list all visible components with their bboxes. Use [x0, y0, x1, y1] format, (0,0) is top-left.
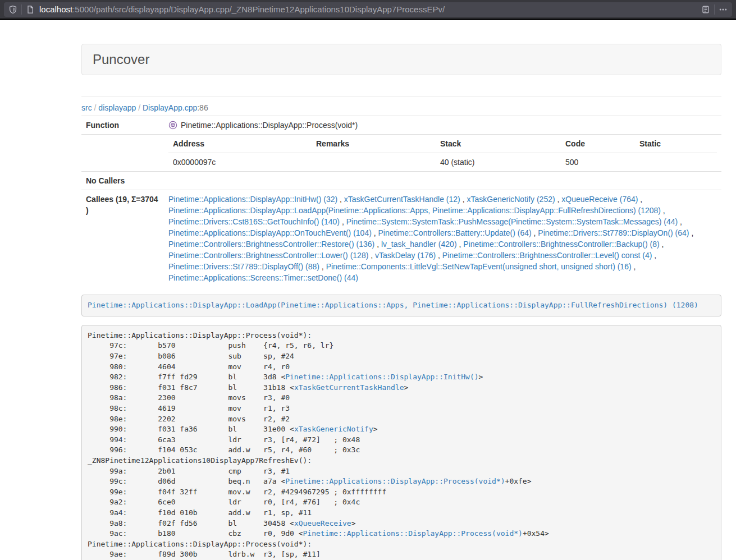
code-line: 99a: 2b01 cmp r3, #1: [88, 466, 715, 477]
callee-link[interactable]: Pinetime::System::SystemTask::PushMessag…: [346, 217, 678, 226]
symbol-link[interactable]: xTaskGenericNotify: [294, 425, 373, 433]
caller-banner-link[interactable]: Pinetime::Applications::DisplayApp::Load…: [88, 301, 698, 309]
col-header-address: Address: [168, 135, 312, 153]
code-line: 980: 4604 mov r4, r0: [88, 362, 715, 373]
code-line: 97e: b086 sub sp, #24: [88, 351, 715, 362]
page-title-panel: Puncover: [81, 44, 721, 75]
callee-link[interactable]: Pinetime::Applications::DisplayApp::Init…: [168, 195, 337, 204]
disassembly-panel: Pinetime::Applications::DisplayApp::Proc…: [81, 325, 721, 560]
callee-link[interactable]: Pinetime::Controllers::BrightnessControl…: [168, 240, 374, 249]
code-line: 98e: 2202 movs r2, #2: [88, 414, 715, 425]
code-line: 99c: d06d beq.n a7a <Pinetime::Applicati…: [88, 476, 715, 487]
table-row: 0x0000097c 40 (static) 500: [168, 153, 717, 172]
col-header-code: Code: [561, 135, 635, 153]
disassembly-code: Pinetime::Applications::DisplayApp::Proc…: [88, 331, 715, 560]
page-title: Puncover: [93, 52, 710, 67]
code-line: 9a8: f02f fd56 bl 30458 <xQueueReceive>: [88, 518, 715, 529]
col-header-static: Static: [635, 135, 717, 153]
breadcrumb-link[interactable]: src: [81, 103, 92, 112]
callee-link[interactable]: lv_task_handler (420): [381, 240, 457, 249]
callee-link[interactable]: Pinetime::Drivers::Cst816S::GetTouchInfo…: [168, 217, 340, 226]
code-line: 986: f031 f8c7 bl 31b18 <xTaskGetCurrent…: [88, 383, 715, 393]
url-path: :5000/path/src/displayapp/DisplayApp.cpp…: [72, 4, 445, 14]
breadcrumb: src / displayapp / DisplayApp.cpp:86: [81, 103, 721, 112]
symbol-cube-icon: [168, 121, 177, 130]
callees-cell: Pinetime::Applications::DisplayApp::Init…: [164, 190, 721, 287]
col-header-remarks: Remarks: [312, 135, 436, 153]
function-name-cell: Pinetime::Applications::DisplayApp::Proc…: [164, 116, 721, 135]
code-line: 99e: f04f 32ff mov.w r2, #4294967295 ; 0…: [88, 487, 715, 498]
code-line: 996: f104 053c add.w r5, r4, #60 ; 0x3c: [88, 445, 715, 456]
symbol-link[interactable]: Pinetime::Applications::DisplayApp::Proc…: [303, 529, 523, 538]
table-row: Function Pinetime::Applications::Display…: [81, 116, 721, 135]
code-line: 982: f7ff fd29 bl 3d8 <Pinetime::Applica…: [88, 372, 715, 383]
table-row: No Callers: [81, 172, 721, 190]
toolbar-divider: [714, 4, 715, 15]
callee-link[interactable]: Pinetime::Applications::Screens::Timer::…: [168, 273, 358, 282]
toolbar-divider: [21, 4, 22, 15]
code-line: 98a: 2300 movs r3, #0: [88, 393, 715, 403]
breadcrumb-line-number: :86: [197, 103, 208, 112]
address-value: 0x0000097c: [168, 153, 312, 172]
remarks-value: [312, 153, 436, 172]
code-line: 98c: 4619 mov r1, r3: [88, 403, 715, 414]
code-line: 9ae: f89d 300b ldrb.w r3, [sp, #11]: [88, 549, 715, 560]
symbol-link[interactable]: xQueueReceive: [294, 519, 351, 527]
caller-banner: Pinetime::Applications::DisplayApp::Load…: [81, 295, 721, 316]
callee-link[interactable]: Pinetime::Applications::DisplayApp::Load…: [168, 206, 661, 215]
breadcrumb-separator: /: [136, 103, 143, 112]
code-line: 9ac: b180 cbz r0, 9d0 <Pinetime::Applica…: [88, 529, 715, 539]
callee-link[interactable]: Pinetime::Controllers::BrightnessControl…: [463, 240, 659, 249]
code-line: 9a2: 6ce0 ldr r0, [r4, #76] ; 0x4c: [88, 497, 715, 508]
symbol-link[interactable]: Pinetime::Applications::DisplayApp::Proc…: [285, 477, 505, 485]
breadcrumb-link[interactable]: displayapp: [98, 103, 136, 112]
callee-link[interactable]: Pinetime::Controllers::Battery::Update()…: [378, 228, 532, 237]
callee-link[interactable]: xTaskGenericNotify (252): [467, 195, 555, 204]
callee-link[interactable]: xQueueReceive (764): [561, 195, 638, 204]
symbol-link[interactable]: xTaskGetCurrentTaskHandle: [294, 383, 404, 392]
urlbar[interactable]: localhost:5000/path/src/displayapp/Displ…: [4, 2, 732, 17]
overflow-menu-icon[interactable]: [719, 5, 728, 14]
stack-value: 40 (static): [436, 153, 561, 172]
callee-link[interactable]: Pinetime::Drivers::St7789::DisplayOn() (…: [538, 228, 689, 237]
callee-link[interactable]: Pinetime::Drivers::St7789::DisplayOff() …: [168, 262, 319, 271]
static-value: [635, 153, 717, 172]
code-line: 994: 6ca3 ldr r3, [r4, #72] ; 0x48: [88, 435, 715, 446]
url-text[interactable]: localhost:5000/path/src/displayapp/Displ…: [39, 4, 701, 14]
page-icon[interactable]: [26, 5, 35, 14]
code-line: 97c: b570 push {r4, r5, r6, lr}: [88, 341, 715, 351]
breadcrumb-link[interactable]: DisplayApp.cpp: [143, 103, 197, 112]
callee-link[interactable]: Pinetime::Controllers::BrightnessControl…: [168, 251, 368, 260]
divider-rule: [81, 97, 721, 97]
table-row: Callees (19, Σ=3704 ) Pinetime::Applicat…: [81, 190, 721, 287]
page-content: Puncover src / displayapp / DisplayApp.c…: [81, 44, 721, 560]
code-line: 9a4: f10d 010b add.w r1, sp, #11: [88, 508, 715, 518]
callee-link[interactable]: xTaskGetCurrentTaskHandle (12): [344, 195, 460, 204]
code-value: 500: [561, 153, 635, 172]
callee-link[interactable]: vTaskDelay (176): [375, 251, 436, 260]
code-line: Pinetime::Applications::DisplayApp::Proc…: [88, 539, 715, 550]
col-header-stack: Stack: [436, 135, 561, 153]
function-row-label: Function: [81, 116, 164, 135]
breadcrumb-separator: /: [92, 103, 99, 112]
code-line: 990: f031 fa36 bl 31e00 <xTaskGenericNot…: [88, 424, 715, 435]
reader-mode-icon[interactable]: [701, 5, 710, 14]
browser-toolbar: localhost:5000/path/src/displayapp/Displ…: [0, 0, 736, 19]
function-table: Function Pinetime::Applications::Display…: [81, 116, 721, 287]
symbol-link[interactable]: Pinetime::Applications::DisplayApp::Init…: [285, 373, 478, 381]
code-line: Pinetime::Applications::DisplayApp::Proc…: [88, 331, 715, 341]
callee-link[interactable]: Pinetime::Applications::DisplayApp::OnTo…: [168, 228, 372, 237]
table-row: Address Remarks Stack Code Static 0x0000…: [81, 135, 721, 172]
shield-icon[interactable]: [8, 5, 17, 14]
callees-label: Callees (19, Σ=3704 ): [81, 190, 164, 287]
table-header-row: Address Remarks Stack Code Static: [168, 135, 717, 153]
callee-link[interactable]: Pinetime::Components::LittleVgl::SetNewT…: [326, 262, 632, 271]
function-detail-table: Address Remarks Stack Code Static 0x0000…: [168, 135, 717, 171]
no-callers-label: No Callers: [81, 172, 164, 190]
url-host: localhost: [39, 4, 72, 14]
callee-link[interactable]: Pinetime::Controllers::BrightnessControl…: [442, 251, 652, 260]
function-name: Pinetime::Applications::DisplayApp::Proc…: [181, 121, 358, 130]
toolbar-bottom-strip: [0, 19, 736, 20]
code-line: _ZN8Pinetime12Applications10DisplayApp7R…: [88, 456, 715, 466]
browser-window: localhost:5000/path/src/displayapp/Displ…: [0, 0, 736, 560]
